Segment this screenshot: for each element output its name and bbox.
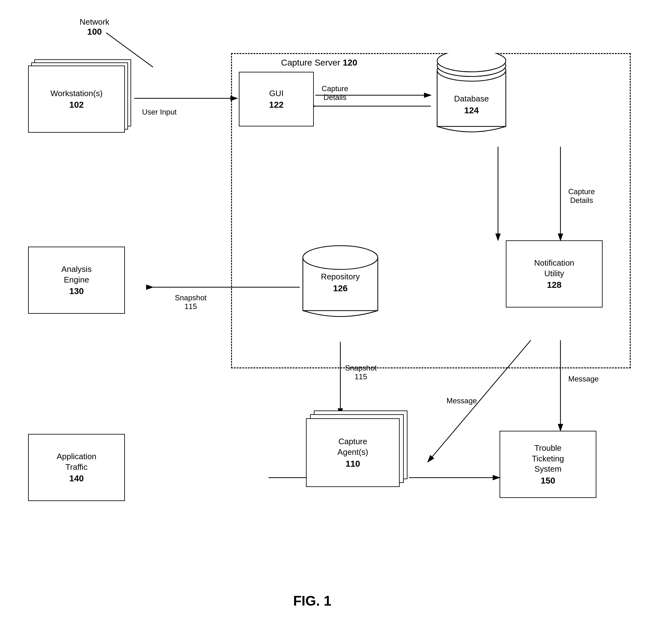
database-container: Database 124: [431, 53, 512, 147]
notification-utility-box: Notification Utility 128: [506, 240, 602, 308]
capture-agents-box: Capture Agent(s) 110: [306, 418, 400, 487]
svg-point-20: [437, 53, 506, 72]
capture-agents-stack: Capture Agent(s) 110: [306, 418, 400, 487]
user-input-label: User Input: [142, 108, 177, 117]
figure-label: FIG. 1: [250, 593, 375, 609]
repository-container: Repository 126: [297, 234, 384, 337]
capture-details-label-2: Capture Details: [568, 187, 595, 205]
gui-box: GUI 122: [239, 72, 314, 126]
snapshot-115-left-label: Snapshot 115: [175, 293, 206, 311]
workstations-stack: Workstation(s) 102: [28, 66, 125, 133]
workstations-box: Workstation(s) 102: [28, 66, 125, 133]
network-label: Network 100: [80, 17, 109, 37]
message-right-label: Message: [568, 375, 598, 383]
capture-server-label: Capture Server 120: [281, 58, 357, 68]
analysis-engine-box: Analysis Engine 130: [28, 247, 125, 314]
svg-point-22: [303, 246, 378, 269]
application-traffic-box: Application Traffic 140: [28, 434, 125, 501]
snapshot-115-down-label: Snapshot 115: [345, 364, 377, 381]
message-left-label: Message: [446, 396, 477, 405]
trouble-ticketing-box: Trouble Ticketing System 150: [500, 431, 596, 498]
capture-details-label-1: Capture Details: [321, 84, 348, 102]
